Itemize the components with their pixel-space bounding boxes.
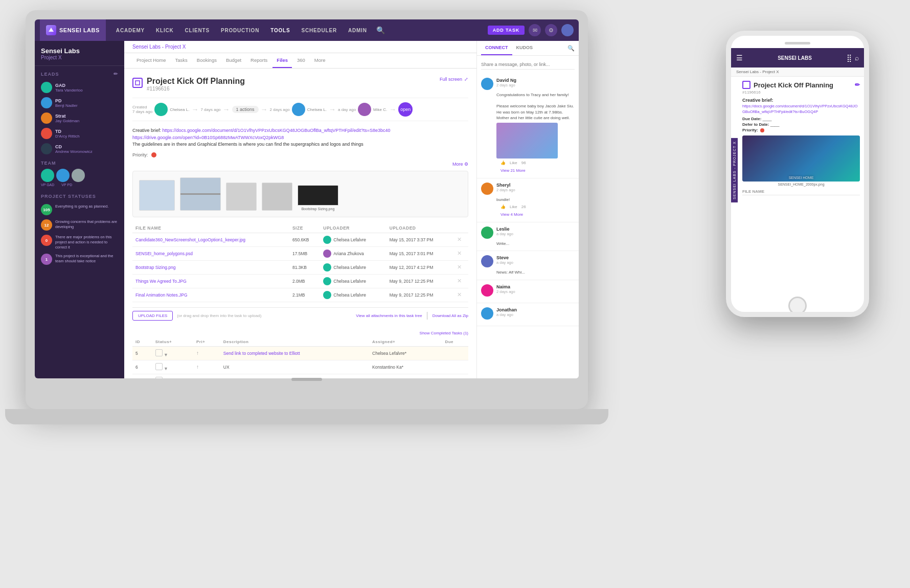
upload-row: UPLOAD FILES (or drag and drop them into… [132,307,468,324]
sidebar-person-td[interactable]: TD D'Arcy Rittich [35,126,124,141]
main-area: Sensei Labs Project X LEADS ✏ GAD Tara V… [35,41,579,378]
laptop-notch [291,378,322,381]
file-link-2[interactable]: Bootstrap Sizing.png [135,265,175,270]
status-badge-3: 1 [41,254,52,265]
tab-budget[interactable]: Budget [222,53,245,68]
nav-item-admin[interactable]: ADMIN [343,26,372,35]
share-input[interactable] [481,60,575,70]
tab-kudos[interactable]: KUDOS [512,41,537,55]
status-item-0[interactable]: 105 Everything is going as planned. [35,202,124,217]
attachment-thumb-4[interactable] [262,183,292,211]
nav-item-scheduler[interactable]: SCHEDULER [296,26,342,35]
view-all-attachments-link[interactable]: View all attachments in this task tree [356,313,422,318]
tab-connect[interactable]: CONNECT [481,41,512,55]
col-task-pri[interactable]: Pri+ [193,337,220,347]
right-search-icon[interactable]: 🔍 [567,45,575,52]
phone-search-icon[interactable]: ⌕ [855,54,859,62]
avatar-gad [41,82,52,93]
col-file-name[interactable]: FILE NAME [132,223,289,233]
sidebar-header: Sensei Labs Project X [35,47,124,66]
sidebar-person-strat[interactable]: Strat Jay Goldman [35,110,124,126]
delete-file-3[interactable]: ✕ [457,278,462,284]
nav-item-tools[interactable]: TOOLS [265,26,295,35]
status-item-3[interactable]: 1 This project is exceptional and the te… [35,252,124,267]
avatar-cd [41,143,52,154]
delete-file-4[interactable]: ✕ [457,291,462,298]
notifications-icon[interactable]: ✉ [529,24,541,36]
phone-hamburger-icon[interactable]: ☰ [736,54,743,62]
sidebar-person-pd[interactable]: PD Benji Nadler [35,95,124,110]
breadcrumb-project[interactable]: Project X [165,44,186,50]
uploader-cell-2: Chelsea Lefalvre [323,263,383,272]
download-all-link[interactable]: Download All as Zip [433,313,468,318]
brief-link-2[interactable]: https://drive.google.com/open?id=0B10Sp6… [132,135,284,140]
status-item-1[interactable]: 12 Growing concerns that problems are de… [35,217,124,233]
uploader-cell-1: Ariana Zhukova [323,250,383,258]
breadcrumb-company[interactable]: Sensei Labs [132,44,161,50]
col-task-desc[interactable]: Description [220,337,369,347]
delete-file-0[interactable]: ✕ [457,236,462,242]
tab-project-home[interactable]: Project Home [132,53,170,68]
tab-more[interactable]: More [310,53,330,68]
add-task-button[interactable]: ADD TASK [488,26,525,35]
settings-icon[interactable]: ⚙ [545,24,557,36]
col-task-assigned[interactable]: Assigned+ [369,337,442,347]
activity-header-3: Steve a day ago [481,255,575,267]
like-button-1[interactable]: 👍 [500,205,506,209]
attachment-thumb-3[interactable] [226,183,257,211]
col-file-uploader[interactable]: UPLOADER [320,223,386,233]
nav-item-klick[interactable]: KLICK [151,26,179,35]
view-more-1[interactable]: View 4 More [481,211,575,218]
user-avatar[interactable] [561,24,574,36]
tab-tasks[interactable]: Tasks [171,53,192,68]
file-link-1[interactable]: SENSEI_home_polygons.psd [135,251,193,256]
phone-edit-icon[interactable]: ✏ [855,81,860,88]
search-icon[interactable]: 🔍 [376,26,385,34]
delete-file-1[interactable]: ✕ [457,250,462,256]
sidebar-person-gad[interactable]: GAD Tara Vanderloo [35,80,124,95]
fullscreen-button[interactable]: Full screen ⤢ [440,77,468,82]
sidebar-person-cd[interactable]: CD Andrew Woronowicz [35,141,124,156]
team-avatar-3[interactable] [72,169,85,182]
task-checkbox-1[interactable] [155,363,163,370]
show-completed-tasks[interactable]: Show Completed Tasks (1) [132,329,468,337]
task-checkbox-0[interactable] [155,349,163,356]
file-link-4[interactable]: Final Animation Notes.JPG [135,292,188,298]
team-avatar-1[interactable] [41,169,54,182]
task-desc-link-0[interactable]: Send link to completed website to Elliot… [223,351,300,356]
col-task-id[interactable]: ID [132,337,152,347]
col-task-status[interactable]: Status+ [152,337,193,347]
status-item-2[interactable]: 0 There are major problems on this proje… [35,233,124,252]
file-link-0[interactable]: Candidate360_NewScreenshot_LogoOption1_k… [135,237,245,242]
edit-leads-icon[interactable]: ✏ [113,71,118,77]
team-avatar-2[interactable] [56,169,70,182]
tab-bookings[interactable]: Bookings [193,53,221,68]
brief-link-1[interactable]: https://docs.google.com/document/d/1O1Vl… [163,128,391,133]
view-more-0[interactable]: View 21 More [481,167,575,174]
attachment-thumb-2[interactable] [180,177,221,211]
tab-files[interactable]: Files [272,53,292,68]
task-header: Project Kick Off Planning #1196616 Full … [132,77,468,92]
attachment-thumb-1[interactable] [139,180,175,211]
nav-item-academy[interactable]: ACADEMY [111,26,150,35]
like-button-0[interactable]: 👍 [500,161,506,165]
phone-grid-icon[interactable]: ⣿ [847,54,852,62]
task-checkbox-2[interactable] [155,377,163,379]
phone-home-button[interactable] [788,297,807,315]
col-file-size[interactable]: SIZE [289,223,320,233]
more-button[interactable]: More ⚙ [132,162,468,167]
activity-meta-0: David Ng 2 days ago [496,78,516,87]
tab-reports[interactable]: Reports [246,53,271,68]
nav-item-clients[interactable]: CLIENTS [180,26,215,35]
col-task-due[interactable]: Due [442,337,468,347]
col-file-uploaded[interactable]: UPLOADED [386,223,454,233]
file-link-3[interactable]: Things We Agreed To.JPG [135,279,187,284]
upload-files-button[interactable]: UPLOAD FILES [132,311,173,321]
nav-item-production[interactable]: PRODUCTION [216,26,264,35]
tab-360[interactable]: 360 [293,53,309,68]
attachments-grid: Bootstrap Sizing.png [139,177,462,211]
delete-file-2[interactable]: ✕ [457,264,462,270]
phone-brief-link[interactable]: https://docs.google.com/document/d/1O1Vl… [742,104,858,114]
attachment-thumb-5[interactable]: Bootstrap Sizing.png [298,185,338,211]
logo-area[interactable]: SENSEI LABS [40,19,106,41]
